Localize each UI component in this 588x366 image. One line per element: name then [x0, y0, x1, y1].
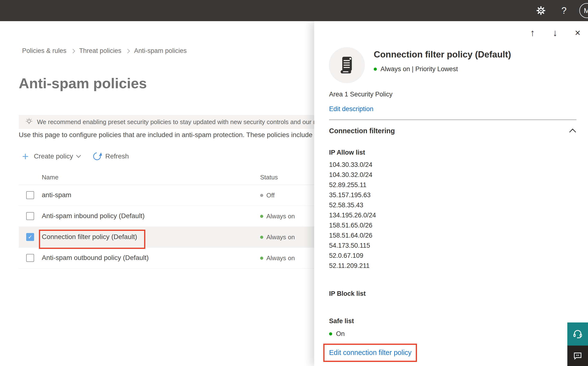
lightbulb-icon	[25, 118, 33, 126]
top-app-bar: ? M	[0, 0, 588, 21]
ip-block-list-label: IP Block list	[329, 290, 366, 297]
breadcrumb-threat-policies[interactable]: Threat policies	[79, 47, 122, 55]
row-checkbox-checked[interactable]	[26, 233, 34, 241]
ip-allow-item: 52.11.209.211	[329, 261, 376, 271]
status-dot-icon	[260, 194, 263, 197]
ip-allow-item: 134.195.26.0/24	[329, 210, 376, 220]
table-row[interactable]: anti-spam Off	[19, 185, 314, 206]
headset-icon	[572, 328, 583, 340]
column-header-name[interactable]: Name	[42, 174, 58, 181]
policies-table: Name Status anti-spam Off Anti-spam inbo…	[19, 168, 314, 269]
ip-allow-item: 54.173.50.115	[329, 240, 376, 251]
policy-status: Always on	[260, 213, 295, 220]
table-row[interactable]: Anti-spam inbound policy (Default) Alway…	[19, 206, 314, 227]
create-policy-button[interactable]: Create policy	[34, 152, 73, 160]
status-dot-icon	[260, 236, 263, 239]
next-item-arrow-down-icon[interactable]: ↓	[549, 27, 561, 38]
status-label: Off	[266, 192, 275, 199]
help-icon[interactable]: ?	[558, 5, 570, 16]
safe-list-status: On	[329, 330, 345, 338]
table-row-selected[interactable]: Connection filter policy (Default) Alway…	[19, 227, 314, 248]
ip-allow-list-label: IP Allow list	[329, 149, 365, 156]
policy-name: Anti-spam outbound policy (Default)	[42, 254, 149, 262]
flyout-status: Always on | Priority Lowest	[374, 65, 458, 73]
ip-allow-item: 158.51.64.0/26	[329, 230, 376, 240]
row-checkbox[interactable]	[26, 254, 34, 262]
policy-details-flyout: ↑ ↓ × Connection filter policy (Default)…	[314, 21, 588, 366]
ip-allow-item: 52.0.67.109	[329, 251, 376, 261]
toolbar: + Create policy Refresh	[22, 149, 132, 164]
policy-status: Always on	[260, 254, 295, 262]
column-header-status[interactable]: Status	[260, 174, 278, 181]
plus-icon: +	[22, 151, 29, 162]
ip-allow-item: 104.30.32.0/24	[329, 170, 376, 180]
status-label: Always on	[266, 234, 295, 241]
previous-item-arrow-up-icon[interactable]: ↑	[527, 27, 538, 38]
policy-name: Connection filter policy (Default)	[42, 233, 137, 241]
safe-list-label: Safe list	[329, 317, 354, 325]
safe-list-status-label: On	[336, 330, 345, 338]
policy-status: Off	[260, 192, 275, 199]
chevron-down-icon[interactable]	[76, 153, 81, 158]
support-headset-button[interactable]	[567, 322, 588, 346]
feedback-chat-icon	[573, 351, 583, 361]
policy-status: Always on	[260, 234, 295, 241]
edit-connection-filter-policy-link[interactable]: Edit connection filter policy	[329, 349, 412, 357]
chevron-right-icon	[125, 49, 130, 53]
avatar-initial: M	[584, 7, 588, 15]
status-dot-icon	[329, 332, 332, 336]
ip-allow-item: 104.30.33.0/24	[329, 160, 376, 170]
feedback-chat-button[interactable]	[567, 346, 588, 366]
section-divider	[329, 120, 576, 120]
account-avatar[interactable]: M	[579, 3, 588, 18]
status-dot-icon	[374, 68, 377, 71]
page-title: Anti-spam policies	[19, 75, 147, 92]
table-header: Name Status	[19, 168, 314, 185]
refresh-icon	[92, 151, 103, 162]
policy-scroll-icon	[329, 47, 365, 83]
policy-name: Anti-spam inbound policy (Default)	[42, 212, 145, 220]
ip-allow-item: 158.51.65.0/26	[329, 220, 376, 230]
status-label: Always on	[266, 254, 295, 262]
breadcrumb: Policies & rules Threat policies Anti-sp…	[22, 47, 187, 55]
chevron-up-icon[interactable]	[569, 129, 576, 135]
close-icon[interactable]: ×	[572, 27, 584, 38]
flyout-title: Connection filter policy (Default)	[374, 50, 511, 60]
page-description: Use this page to configure policies that…	[19, 130, 314, 139]
banner-text: We recommend enabling preset security po…	[37, 118, 314, 126]
flyout-status-label: Always on | Priority Lowest	[381, 65, 458, 73]
ip-allow-item: 52.58.35.43	[329, 200, 376, 210]
flyout-nav: ↑ ↓ ×	[527, 27, 584, 38]
chevron-right-icon	[71, 49, 75, 53]
settings-gear-icon[interactable]	[535, 5, 547, 16]
ip-allow-item: 52.89.255.11	[329, 180, 376, 190]
breadcrumb-anti-spam-policies[interactable]: Anti-spam policies	[134, 47, 187, 55]
refresh-button[interactable]: Refresh	[105, 152, 129, 160]
corner-buttons	[567, 322, 588, 366]
ip-allow-list: 104.30.33.0/24 104.30.32.0/24 52.89.255.…	[329, 160, 376, 271]
status-label: Always on	[266, 213, 295, 220]
table-row[interactable]: Anti-spam outbound policy (Default) Alwa…	[19, 248, 314, 269]
section-title: Connection filtering	[329, 127, 395, 135]
policy-name: anti-spam	[42, 191, 71, 199]
breadcrumb-policies-rules[interactable]: Policies & rules	[22, 47, 66, 55]
status-dot-icon	[260, 215, 263, 218]
status-dot-icon	[260, 257, 263, 260]
ip-allow-item: 35.157.195.63	[329, 190, 376, 200]
row-checkbox[interactable]	[26, 191, 34, 199]
policy-description: Area 1 Security Policy	[329, 91, 392, 98]
connection-filtering-section-header[interactable]: Connection filtering	[329, 127, 576, 135]
row-checkbox[interactable]	[26, 212, 34, 220]
edit-description-link[interactable]: Edit description	[329, 105, 374, 113]
recommendation-banner: We recommend enabling preset security po…	[19, 115, 314, 129]
